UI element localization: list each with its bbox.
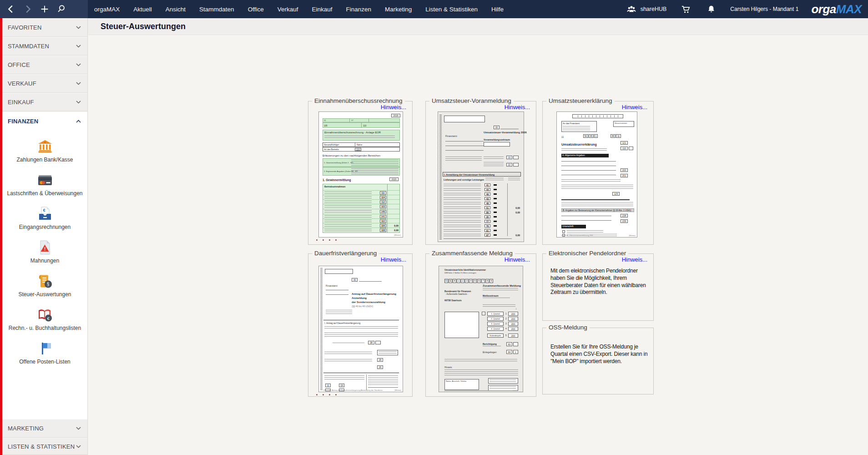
form-code: 29 bbox=[377, 358, 383, 362]
form-amount: 0,00 bbox=[515, 207, 520, 209]
sidebar-section-listen-statistiken[interactable]: LISTEN & STATISTIKEN bbox=[2, 438, 87, 455]
menu-item-listen-statistiken[interactable]: Listen & Statistiken bbox=[425, 6, 478, 13]
forward-button[interactable] bbox=[21, 3, 34, 15]
menu-item-finanzen[interactable]: Finanzen bbox=[346, 6, 371, 13]
menu-item-orgamax[interactable]: orgaMAX bbox=[94, 6, 120, 13]
hinweis-link-usterkl[interactable]: Hinweis... bbox=[622, 104, 647, 111]
menu-item-verkauf[interactable]: Verkauf bbox=[278, 6, 298, 13]
menu-item-marketing[interactable]: Marketing bbox=[385, 6, 412, 13]
form-code: 5 bbox=[505, 334, 507, 337]
form-title: Anmeldung bbox=[352, 297, 367, 299]
sidebar-section-marketing[interactable]: MARKETING bbox=[2, 419, 87, 438]
sidebar-section-verkauf[interactable]: VERKAUF bbox=[2, 74, 87, 93]
form-table-head: Lieferungen und sonstige Leistungen bbox=[444, 178, 484, 181]
hinweis-link-euer[interactable]: Hinweis... bbox=[381, 104, 406, 111]
form-section-label: I. Antrag auf Dauerfristverlängerung bbox=[324, 322, 360, 324]
hinweis-link-ustva[interactable]: Hinweis... bbox=[505, 104, 530, 111]
form-year-box: 2016 bbox=[391, 114, 400, 117]
form-code: 10 bbox=[506, 156, 512, 159]
form-value: 200 bbox=[508, 312, 518, 316]
form-footer: (Weiter) bbox=[629, 234, 636, 237]
sidebar-item-mahnungen[interactable]: ! Mahnungen bbox=[2, 235, 87, 268]
hinweis-link-pendelordner[interactable]: Hinweis... bbox=[622, 256, 647, 263]
form-code: 77 bbox=[484, 220, 490, 223]
euer-form-preview[interactable]: 2016 11 17 105 110 Einnahmenüberschussre… bbox=[318, 111, 403, 238]
chevron-down-icon bbox=[76, 82, 81, 85]
hinweis-link-dauerfrist[interactable]: Hinweis... bbox=[381, 256, 406, 263]
notifications-button[interactable] bbox=[705, 3, 717, 15]
sidebar: FAVORITEN STAMMDATEN OFFICE VERKAUF EINK… bbox=[0, 18, 88, 455]
sidebar-section-favoriten[interactable]: FAVORITEN bbox=[2, 18, 87, 37]
form-section-label: 1. Gewinnermittlung bbox=[323, 178, 351, 182]
form-code: 76 bbox=[484, 224, 490, 228]
chevron-left-icon bbox=[6, 4, 16, 14]
menu-item-hilfe[interactable]: Hilfe bbox=[491, 6, 504, 13]
add-button[interactable] bbox=[38, 3, 51, 15]
sidebar-section-stammdaten[interactable]: STAMMDATEN bbox=[2, 37, 87, 56]
account-menu[interactable]: Carsten Hilgers - Mandant 1 bbox=[730, 6, 798, 12]
form-label: Meldezeitraum bbox=[483, 294, 499, 297]
item-label: Rechn.- u. Buchhaltungslisten bbox=[9, 325, 81, 331]
form-label: 1. Quartal bbox=[487, 312, 504, 316]
back-button[interactable] bbox=[5, 3, 17, 15]
menu-item-office[interactable]: Office bbox=[248, 6, 264, 13]
card-title: Elektronischer Pendelordner bbox=[546, 250, 628, 257]
form-label: 66738 Saarlouis bbox=[444, 299, 462, 302]
sidebar-item-rechn-buchhaltungslisten[interactable]: € Rechn.- u. Buchhaltungslisten bbox=[2, 302, 87, 336]
form-footer: USt 2 A - Umsatzsteuererklärung 200 - bbox=[561, 234, 594, 237]
form-code: 17 bbox=[351, 119, 353, 121]
form-code: 97 bbox=[484, 233, 490, 237]
menu-item-einkauf[interactable]: Einkauf bbox=[312, 6, 332, 13]
chevron-down-icon bbox=[76, 26, 81, 29]
menu-item-aktuell[interactable]: Aktuell bbox=[133, 6, 152, 13]
dauerfrist-form-preview[interactable]: 30 Finanzamt Antrag auf Dauerfristverlän… bbox=[318, 266, 403, 392]
sidebar-item-offene-posten-listen[interactable]: Offene Posten-Listen bbox=[2, 336, 87, 369]
form-code: 44 bbox=[484, 188, 490, 191]
usterkl-form-preview[interactable]: An das Finanzamt Steuernummer 11 50 65 1… bbox=[556, 111, 637, 238]
cart-button[interactable] bbox=[679, 3, 692, 15]
sidebar-section-einkauf[interactable]: EINKAUF bbox=[2, 93, 87, 111]
form-code: 200 bbox=[621, 168, 628, 172]
form-code: 2 bbox=[505, 318, 507, 320]
chevron-right-icon bbox=[23, 4, 33, 14]
bell-icon bbox=[707, 5, 716, 14]
hinweis-link-zm[interactable]: Hinweis... bbox=[505, 256, 530, 263]
form-footer: (Weiter) bbox=[394, 389, 401, 391]
form-digit: 3 bbox=[465, 279, 469, 283]
ustva-form-preview[interactable]: 30 Umsatzsteuer-Voranmeldung 2006 Finanz… bbox=[438, 111, 524, 242]
form-code: 11 bbox=[324, 119, 326, 121]
form-amount: 0,00 bbox=[394, 224, 399, 227]
sidebar-section-office[interactable]: OFFICE bbox=[2, 56, 87, 74]
form-label: 1. Gewinnermittlung (Zeilen 1 - 87) bbox=[324, 162, 353, 164]
sharehub-button[interactable]: shareHUB bbox=[626, 4, 667, 14]
form-code: 239 bbox=[621, 219, 628, 223]
form-value: 200 bbox=[508, 322, 518, 326]
flag-icon bbox=[37, 340, 53, 357]
form-label: Art des Betriebs bbox=[324, 148, 339, 151]
tax-scroll-icon: § bbox=[37, 273, 53, 289]
card-elektronischer-pendelordner: Elektronischer Pendelordner Hinweis... M… bbox=[542, 253, 654, 321]
form-digit: 6 bbox=[477, 279, 481, 283]
invoice-inbox-icon: € bbox=[37, 206, 53, 222]
sidebar-item-steuer-auswertungen[interactable]: § Steuer-Auswertungen bbox=[2, 268, 87, 302]
menu-item-ansicht[interactable]: Ansicht bbox=[166, 6, 186, 13]
form-code: 106 bbox=[380, 224, 386, 228]
form-digit: D bbox=[444, 279, 448, 283]
form-code: 110 bbox=[621, 147, 628, 150]
form-code: 1 bbox=[505, 313, 507, 315]
sidebar-item-zahlungen-bank-kasse[interactable]: Zahlungen Bank/Kasse bbox=[2, 134, 87, 167]
sidebar-bottom-sections: MARKETING LISTEN & STATISTIKEN bbox=[2, 419, 87, 455]
menu-item-stammdaten[interactable]: Stammdaten bbox=[199, 6, 234, 13]
form-code: 140 bbox=[380, 210, 386, 213]
sidebar-item-lastschriften-ueberweisungen[interactable]: Lastschriften & Überweisungen bbox=[2, 167, 87, 201]
form-label: Name bbox=[357, 144, 362, 146]
zm-form-preview[interactable]: Umsatzsteuerliche Identifikationsnummer … bbox=[439, 266, 523, 392]
svg-text:!: ! bbox=[44, 247, 45, 252]
form-title: der Sondervorauszahlung bbox=[352, 301, 385, 303]
sidebar-item-eingangsrechnungen[interactable]: € Eingangsrechnungen bbox=[2, 201, 87, 235]
form-section-label: Erläuterungen zu den nachfolgenden Berei… bbox=[323, 154, 380, 157]
card-oss-meldung: OSS-Meldung Erstellen Sie für Ihre OSS-M… bbox=[542, 328, 654, 394]
search-button[interactable] bbox=[55, 3, 68, 15]
sidebar-section-finanzen[interactable]: FINANZEN bbox=[2, 111, 87, 130]
form-code: 3 bbox=[505, 323, 507, 325]
